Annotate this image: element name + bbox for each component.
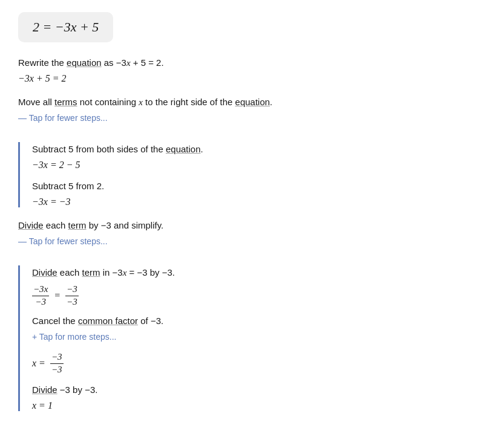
rewrite-section: Rewrite the equation as −3x + 5 = 2. −3x… [18, 56, 466, 84]
tap-more-steps[interactable]: + Tap for more steps... [32, 332, 116, 342]
equation-display-box: 2 = −3x + 5 [18, 12, 113, 42]
divide-step1-text: Divide each term in −3x = −3 by −3. [32, 265, 466, 280]
divide-link-1[interactable]: Divide [18, 220, 44, 230]
equation-link-1[interactable]: equation [67, 57, 102, 68]
fraction-result: −3 −3 [50, 351, 64, 375]
move-terms-text: Move all terms not containing x to the r… [18, 95, 466, 109]
subtract-block: Subtract 5 from both sides of the equati… [18, 142, 466, 207]
cancel-text: Cancel the common factor of −3. [32, 314, 466, 328]
subtract-step2-eq: −3x = −3 [32, 196, 466, 207]
fraction-neg3x-over-neg3: −3x −3 [32, 284, 49, 308]
term-link-2[interactable]: term [82, 267, 100, 278]
main-equation: 2 = −3x + 5 [33, 19, 99, 34]
subtract-step1-text: Subtract 5 from both sides of the equati… [32, 142, 466, 157]
subtract-step2-text: Subtract 5 from 2. [32, 179, 466, 193]
equation-link-2[interactable]: equation [235, 97, 270, 107]
subtract-step1-eq: −3x = 2 − 5 [32, 160, 466, 170]
divide-link-2[interactable]: Divide [32, 267, 57, 278]
fraction-neg3-over-neg3: −3 −3 [65, 284, 79, 308]
divide-final-text: Divide −3 by −3. [32, 383, 466, 397]
x-fraction-line: x = −3 −3 [32, 351, 466, 375]
move-terms-section: Move all terms not containing x to the r… [18, 95, 466, 131]
fraction-equation-line: −3x −3 = −3 −3 [32, 284, 466, 308]
common-factor-link[interactable]: common factor [78, 316, 138, 326]
rewrite-equation: −3x + 5 = 2 [18, 73, 466, 84]
equation-link-3[interactable]: equation [166, 144, 201, 154]
rewrite-intro-text: Rewrite the equation as −3x + 5 = 2. [18, 56, 466, 70]
x-equals-label: x [32, 358, 36, 368]
tap-fewer-steps-2[interactable]: — Tap for fewer steps... [18, 236, 108, 246]
divide-intro-text: Divide each term by −3 and simplify. [18, 218, 466, 233]
x-result: x = 1 [32, 400, 466, 411]
divide-link-3[interactable]: Divide [32, 385, 57, 395]
divide-section: Divide each term by −3 and simplify. — T… [18, 218, 466, 255]
term-link-1[interactable]: term [68, 220, 87, 230]
divide-block: Divide each term in −3x = −3 by −3. −3x … [18, 265, 466, 411]
terms-link-1[interactable]: terms [54, 97, 77, 107]
tap-fewer-steps-1[interactable]: — Tap for fewer steps... [18, 113, 108, 123]
